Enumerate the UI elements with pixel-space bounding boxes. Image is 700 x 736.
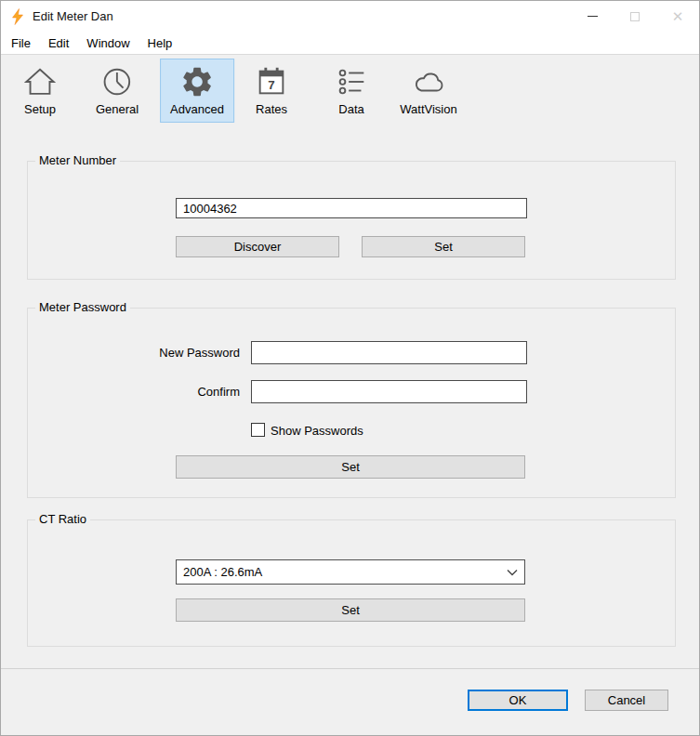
window-title: Edit Meter Dan bbox=[33, 9, 113, 23]
gear-icon bbox=[179, 64, 215, 99]
toolbar-item-general[interactable]: General bbox=[86, 59, 149, 123]
toolbar-item-advanced[interactable]: Advanced bbox=[160, 59, 234, 123]
discover-button[interactable]: Discover bbox=[176, 236, 339, 257]
calendar-icon: 7 bbox=[254, 64, 289, 99]
toolbar-label-rates: Rates bbox=[256, 102, 287, 116]
meter-number-input[interactable] bbox=[176, 198, 527, 218]
new-password-input[interactable] bbox=[251, 341, 527, 364]
toolbar-label-setup: Setup bbox=[24, 102, 56, 116]
meter-number-group-label: Meter Number bbox=[35, 153, 120, 167]
minimize-button[interactable] bbox=[571, 1, 614, 32]
home-icon bbox=[22, 64, 58, 99]
toolbar-item-data[interactable]: Data bbox=[324, 59, 379, 123]
ok-button[interactable]: OK bbox=[468, 690, 568, 711]
maximize-button[interactable] bbox=[614, 1, 656, 32]
edit-meter-window: Edit Meter Dan ✕ File Edit Window Help S… bbox=[0, 0, 700, 736]
lightning-bolt-icon bbox=[10, 8, 25, 25]
calendar-day-number: 7 bbox=[268, 78, 274, 92]
toolbar-label-advanced: Advanced bbox=[170, 102, 224, 116]
menu-window[interactable]: Window bbox=[86, 36, 129, 50]
ct-ratio-group: CT Ratio 200A : 26.6mA Set bbox=[27, 519, 676, 647]
show-passwords-label: Show Passwords bbox=[271, 424, 363, 438]
confirm-password-input[interactable] bbox=[251, 380, 527, 403]
toolbar-item-setup[interactable]: Setup bbox=[12, 59, 68, 123]
ct-ratio-dropdown[interactable]: 200A : 26.6mA bbox=[176, 559, 525, 585]
toolbar-item-rates[interactable]: 7 Rates bbox=[244, 59, 299, 123]
meter-number-group: Meter Number Discover Set bbox=[27, 161, 676, 280]
ct-ratio-selected-value: 200A : 26.6mA bbox=[183, 565, 262, 579]
ct-ratio-group-label: CT Ratio bbox=[35, 512, 90, 526]
cancel-button[interactable]: Cancel bbox=[585, 690, 668, 711]
meter-number-set-button[interactable]: Set bbox=[362, 236, 525, 257]
close-button[interactable]: ✕ bbox=[656, 1, 699, 32]
toolbar-label-wattvision: WattVision bbox=[400, 102, 456, 116]
footer-separator bbox=[1, 668, 699, 669]
toolbar-label-data: Data bbox=[338, 102, 363, 116]
window-controls: ✕ bbox=[571, 1, 699, 32]
new-password-label: New Password bbox=[121, 346, 240, 360]
chevron-down-icon bbox=[507, 569, 518, 576]
menu-file[interactable]: File bbox=[11, 36, 31, 50]
maximize-icon bbox=[630, 12, 640, 21]
confirm-label: Confirm bbox=[121, 385, 240, 399]
menu-help[interactable]: Help bbox=[148, 36, 173, 50]
meter-password-group-label: Meter Password bbox=[35, 300, 130, 314]
minimize-icon bbox=[588, 16, 598, 17]
list-icon bbox=[334, 64, 369, 99]
ct-ratio-set-button[interactable]: Set bbox=[176, 598, 525, 622]
menu-edit[interactable]: Edit bbox=[48, 36, 69, 50]
close-icon: ✕ bbox=[672, 9, 684, 23]
toolbar-label-general: General bbox=[96, 102, 139, 116]
toolbar-item-wattvision[interactable]: WattVision bbox=[390, 59, 467, 123]
clock-icon bbox=[99, 64, 135, 99]
menubar: File Edit Window Help bbox=[1, 32, 699, 55]
cloud-icon bbox=[411, 64, 446, 99]
titlebar: Edit Meter Dan ✕ bbox=[1, 1, 699, 32]
show-passwords-checkbox[interactable] bbox=[251, 423, 265, 437]
password-set-button[interactable]: Set bbox=[176, 455, 525, 479]
meter-password-group: Meter Password New Password Confirm Show… bbox=[27, 308, 676, 498]
